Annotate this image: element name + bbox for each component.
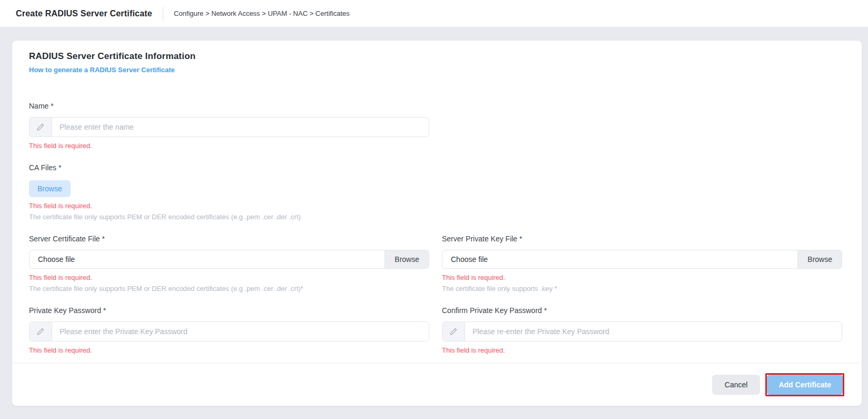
ca-files-label: CA Files *	[29, 163, 843, 172]
private-key-password-label: Private Key Password *	[29, 306, 429, 315]
cancel-button[interactable]: Cancel	[712, 375, 761, 395]
private-key-password-input[interactable]	[52, 322, 429, 341]
server-private-key-file-error: This field is required.	[442, 274, 842, 281]
ca-files-hint: The certificate file only supports PEM o…	[29, 213, 843, 221]
page-title: Create RADIUS Server Certificate	[16, 9, 152, 18]
confirm-private-key-password-field-group: Confirm Private Key Password * This fiel…	[442, 306, 842, 354]
private-key-password-field-group: Private Key Password * This field is req…	[29, 306, 429, 354]
name-input-group	[29, 117, 429, 137]
server-certificate-file-label: Server Certificate File *	[29, 235, 429, 243]
add-certificate-button[interactable]: Add Certificate	[767, 375, 843, 395]
name-input[interactable]	[52, 118, 429, 137]
certificate-form-card: RADIUS Server Certificate Information Ho…	[12, 41, 862, 406]
confirm-private-key-password-input-group	[442, 321, 842, 342]
how-to-generate-link[interactable]: How to generate a RADIUS Server Certific…	[29, 66, 175, 74]
name-label: Name *	[29, 102, 843, 110]
confirm-private-key-password-error: This field is required.	[442, 346, 842, 354]
header-divider	[163, 7, 163, 21]
server-certificate-file-error: This field is required.	[29, 274, 429, 281]
form-footer: Cancel Add Certificate	[12, 363, 862, 406]
server-private-key-file-browse-button[interactable]: Browse	[797, 250, 842, 268]
server-private-key-file-input[interactable]: Choose file Browse	[442, 250, 842, 269]
server-certificate-file-input[interactable]: Choose file Browse	[29, 250, 429, 269]
ca-files-browse-button[interactable]: Browse	[29, 180, 71, 197]
private-key-password-input-group	[29, 321, 429, 342]
name-field-group: Name * This field is required.	[29, 102, 843, 150]
server-certificate-file-field-group: Server Certificate File * Choose file Br…	[29, 235, 429, 293]
confirm-private-key-password-label: Confirm Private Key Password *	[442, 306, 842, 315]
confirm-private-key-password-input[interactable]	[465, 322, 842, 341]
add-certificate-highlight-box: Add Certificate	[765, 373, 844, 396]
server-certificate-file-hint: The certificate file only supports PEM o…	[29, 285, 429, 293]
breadcrumb[interactable]: Configure > Network Access > UPAM - NAC …	[174, 9, 350, 17]
name-error: This field is required.	[29, 142, 843, 150]
server-private-key-file-field-group: Server Private Key File * Choose file Br…	[442, 235, 842, 293]
ca-files-error: This field is required.	[29, 202, 843, 210]
server-certificate-file-value: Choose file	[29, 250, 384, 268]
server-private-key-file-hint: The certificate file only supports .key …	[442, 285, 842, 293]
ca-files-field-group: CA Files * Browse This field is required…	[29, 163, 843, 221]
pencil-icon	[442, 322, 465, 341]
top-header-bar: Create RADIUS Server Certificate Configu…	[0, 0, 868, 27]
pencil-icon	[29, 322, 52, 341]
card-heading: RADIUS Server Certificate Information	[29, 51, 843, 62]
private-key-password-error: This field is required.	[29, 346, 429, 354]
server-private-key-file-value: Choose file	[442, 250, 797, 268]
server-certificate-file-browse-button[interactable]: Browse	[384, 250, 429, 268]
server-private-key-file-label: Server Private Key File *	[442, 235, 842, 243]
pencil-icon	[29, 118, 52, 137]
